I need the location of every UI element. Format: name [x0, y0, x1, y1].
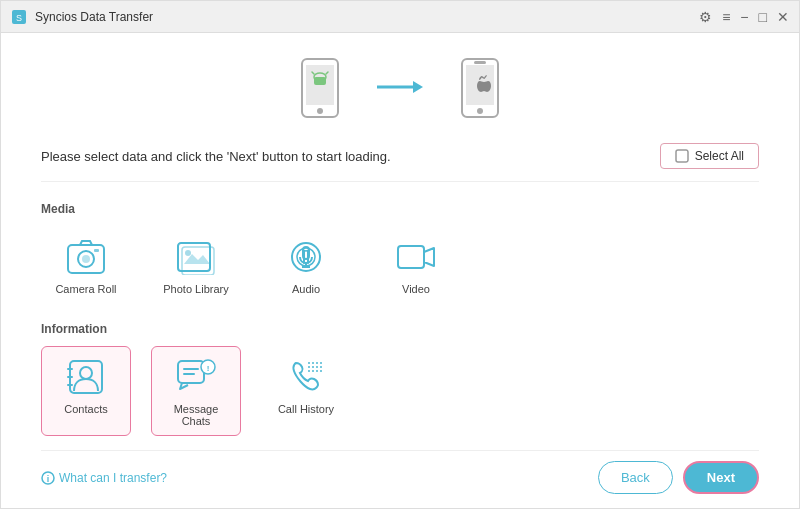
svg-rect-28 [398, 246, 424, 268]
svg-rect-34 [178, 361, 204, 383]
settings-icon[interactable]: ⚙ [699, 9, 712, 25]
menu-icon[interactable]: ≡ [722, 9, 730, 25]
svg-point-30 [80, 367, 92, 379]
window-title: Syncios Data Transfer [35, 10, 691, 24]
photo-library-item[interactable]: Photo Library [151, 226, 241, 304]
transfer-header [41, 53, 759, 123]
svg-rect-25 [303, 247, 309, 259]
svg-point-4 [317, 108, 323, 114]
instruction-row: Please select data and click the 'Next' … [41, 143, 759, 182]
main-content: Please select data and click the 'Next' … [1, 33, 799, 508]
media-section-label: Media [41, 202, 759, 216]
audio-label: Audio [292, 283, 320, 295]
window-controls: ⚙ ≡ − □ ✕ [699, 9, 789, 25]
video-icon [394, 235, 438, 279]
audio-item[interactable]: Audio [261, 226, 351, 304]
information-items-grid: Contacts ! Message [41, 346, 759, 436]
help-link[interactable]: i What can I transfer? [41, 471, 167, 485]
footer-buttons: Back Next [598, 461, 759, 494]
video-item[interactable]: Video [371, 226, 461, 304]
camera-roll-item[interactable]: Camera Roll [41, 226, 131, 304]
contacts-icon [64, 355, 108, 399]
svg-text:i: i [47, 474, 50, 484]
back-button[interactable]: Back [598, 461, 673, 494]
message-chats-label: Message Chats [160, 403, 232, 427]
footer: i What can I transfer? Back Next [41, 450, 759, 494]
svg-rect-19 [94, 249, 99, 252]
android-phone-icon [295, 53, 345, 123]
info-icon: i [41, 471, 55, 485]
photo-library-icon [174, 235, 218, 279]
svg-point-18 [82, 255, 90, 263]
close-icon[interactable]: ✕ [777, 9, 789, 25]
checkbox-icon [675, 149, 689, 163]
camera-roll-label: Camera Roll [55, 283, 116, 295]
video-label: Video [402, 283, 430, 295]
svg-rect-15 [676, 150, 688, 162]
media-section: Media Camera Roll [41, 198, 759, 318]
svg-point-13 [477, 108, 483, 114]
minimize-icon[interactable]: − [740, 9, 748, 25]
svg-point-22 [185, 250, 191, 256]
select-all-button[interactable]: Select All [660, 143, 759, 169]
svg-text:!: ! [207, 364, 210, 373]
ios-phone-icon [455, 53, 505, 123]
titlebar: S Syncios Data Transfer ⚙ ≡ − □ ✕ [1, 1, 799, 33]
camera-roll-icon [64, 235, 108, 279]
media-items-grid: Camera Roll Photo Library [41, 226, 759, 304]
information-section-label: Information [41, 322, 759, 336]
call-history-label: Call History [278, 403, 334, 415]
app-icon: S [11, 9, 27, 25]
help-text: What can I transfer? [59, 471, 167, 485]
instruction-text: Please select data and click the 'Next' … [41, 149, 391, 164]
message-chats-item[interactable]: ! Message Chats [151, 346, 241, 436]
svg-rect-8 [314, 77, 326, 85]
call-history-icon [284, 355, 328, 399]
svg-marker-10 [413, 81, 423, 93]
svg-rect-14 [474, 61, 486, 64]
photo-library-label: Photo Library [163, 283, 228, 295]
information-section: Information Contacts [41, 318, 759, 450]
next-button[interactable]: Next [683, 461, 759, 494]
maximize-icon[interactable]: □ [759, 9, 767, 25]
svg-text:S: S [16, 13, 22, 23]
transfer-arrow-icon [375, 70, 425, 107]
message-chats-icon: ! [174, 355, 218, 399]
audio-icon [284, 235, 328, 279]
contacts-item[interactable]: Contacts [41, 346, 131, 436]
contacts-label: Contacts [64, 403, 107, 415]
call-history-item[interactable]: Call History [261, 346, 351, 436]
main-window: S Syncios Data Transfer ⚙ ≡ − □ ✕ [0, 0, 800, 509]
